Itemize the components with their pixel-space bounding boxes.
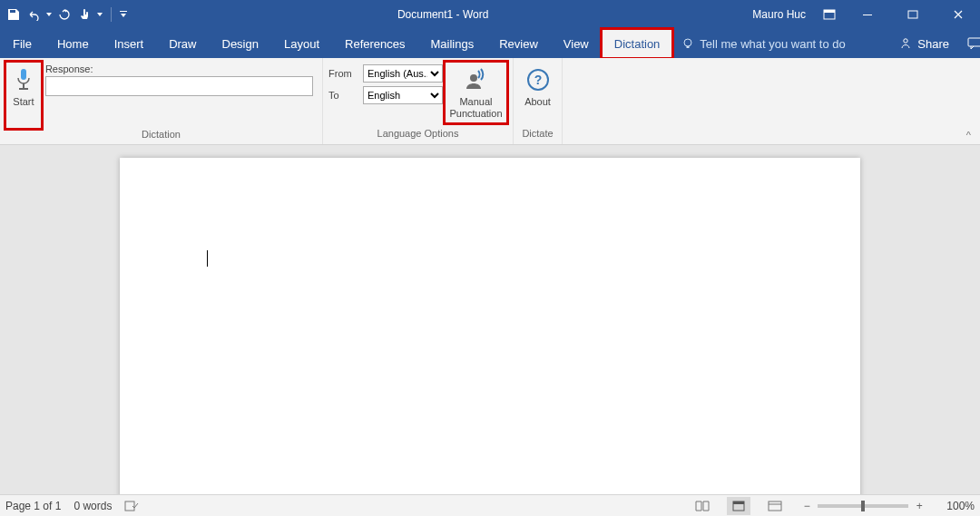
start-button[interactable]: Start — [5, 62, 42, 129]
qat-separator — [111, 7, 112, 22]
group-dictate-label: Dictate — [514, 128, 562, 144]
svg-rect-7 — [968, 38, 980, 46]
web-layout-icon[interactable] — [763, 497, 787, 515]
response-input[interactable] — [45, 76, 313, 96]
share-label: Share — [917, 37, 949, 51]
tab-references[interactable]: References — [332, 29, 417, 58]
svg-point-6 — [904, 39, 907, 43]
quick-access-toolbar — [0, 6, 133, 23]
qat-customize-icon[interactable] — [119, 6, 128, 23]
svg-rect-1 — [824, 10, 835, 13]
from-select[interactable]: English (Aus... — [363, 64, 443, 83]
response-label: Response: — [45, 63, 317, 74]
minimize-button[interactable] — [849, 0, 886, 29]
share-icon — [899, 37, 912, 50]
language-block: From English (Aus... To English — [328, 62, 443, 105]
tell-me[interactable] — [672, 29, 890, 58]
comment-icon — [967, 37, 980, 50]
svg-rect-5 — [687, 46, 690, 48]
svg-point-4 — [684, 39, 691, 46]
tab-home[interactable]: Home — [44, 29, 102, 58]
zoom-in-button[interactable]: + — [912, 500, 926, 512]
tab-design[interactable]: Design — [210, 29, 271, 58]
page[interactable] — [120, 158, 860, 494]
ribbon: Start Response: Dictation From English (… — [0, 58, 980, 145]
zoom-out-button[interactable]: − — [799, 500, 814, 512]
svg-rect-3 — [908, 11, 917, 18]
maximize-button[interactable] — [895, 0, 931, 29]
from-label: From — [328, 68, 359, 79]
svg-rect-8 — [21, 69, 26, 80]
svg-rect-17 — [769, 501, 781, 511]
redo-icon[interactable] — [56, 6, 73, 23]
document-area[interactable] — [0, 145, 980, 494]
help-icon: ? — [526, 63, 550, 96]
word-count[interactable]: 0 words — [74, 500, 112, 512]
tab-dictation[interactable]: Dictation — [602, 29, 673, 58]
group-dictation: Start Response: Dictation — [0, 58, 323, 144]
undo-icon[interactable] — [25, 6, 42, 23]
manual-punctuation-button[interactable]: Manual Punctuation — [445, 62, 507, 123]
touch-mode-icon[interactable] — [76, 6, 93, 23]
close-button[interactable] — [940, 0, 976, 29]
tab-view[interactable]: View — [551, 29, 602, 58]
to-label: To — [328, 90, 359, 101]
about-label: About — [524, 96, 551, 108]
collapse-ribbon-icon[interactable]: ^ — [966, 130, 971, 141]
spellcheck-icon[interactable] — [124, 500, 139, 512]
undo-dropdown-icon[interactable] — [45, 6, 53, 23]
manual-label-2: Punctuation — [449, 108, 502, 120]
to-select[interactable]: English — [363, 86, 443, 104]
zoom-track[interactable] — [818, 504, 908, 508]
status-bar: Page 1 of 1 0 words − + 100% — [0, 494, 980, 516]
group-language-label: Language Options — [323, 128, 513, 144]
share-button[interactable]: Share — [890, 29, 958, 58]
comments-button[interactable] — [958, 29, 980, 58]
group-dictation-label: Dictation — [0, 129, 322, 144]
tab-insert[interactable]: Insert — [102, 29, 157, 58]
tab-file[interactable]: File — [0, 29, 44, 58]
tab-draw[interactable]: Draw — [156, 29, 209, 58]
save-icon[interactable] — [5, 6, 22, 23]
ribbon-tabs: File Home Insert Draw Design Layout Refe… — [0, 29, 980, 58]
manual-label-1: Manual — [459, 96, 492, 108]
zoom-slider[interactable]: − + — [799, 500, 926, 512]
svg-point-11 — [470, 74, 477, 82]
svg-rect-9 — [23, 83, 24, 88]
ribbon-display-options-icon[interactable] — [818, 4, 840, 25]
start-label: Start — [13, 96, 34, 108]
print-layout-icon[interactable] — [727, 497, 750, 515]
tell-me-input[interactable] — [700, 37, 881, 51]
group-dictate: ? About Dictate — [514, 58, 563, 144]
svg-rect-2 — [863, 15, 872, 15]
zoom-thumb[interactable] — [861, 501, 865, 511]
svg-text:?: ? — [534, 73, 542, 87]
title-right: Mauro Huc — [752, 0, 980, 29]
page-indicator[interactable]: Page 1 of 1 — [5, 500, 61, 512]
lightbulb-icon — [681, 37, 694, 50]
text-cursor — [207, 250, 208, 267]
user-name[interactable]: Mauro Huc — [752, 8, 809, 21]
title-bar: Document1 - Word Mauro Huc — [0, 0, 980, 29]
microphone-icon — [14, 63, 34, 96]
tab-review[interactable]: Review — [486, 29, 551, 58]
response-block: Response: — [45, 62, 317, 96]
group-language-options: From English (Aus... To English — [323, 58, 514, 144]
about-button[interactable]: ? About — [519, 62, 556, 108]
svg-rect-16 — [733, 501, 744, 504]
window-title: Document1 - Word — [133, 8, 752, 21]
svg-rect-10 — [19, 88, 28, 90]
tab-mailings[interactable]: Mailings — [418, 29, 487, 58]
person-speak-icon — [464, 63, 489, 96]
read-mode-icon[interactable] — [691, 497, 714, 515]
tab-layout[interactable]: Layout — [271, 29, 332, 58]
zoom-level[interactable]: 100% — [946, 500, 975, 512]
touch-dropdown-icon[interactable] — [96, 6, 103, 23]
